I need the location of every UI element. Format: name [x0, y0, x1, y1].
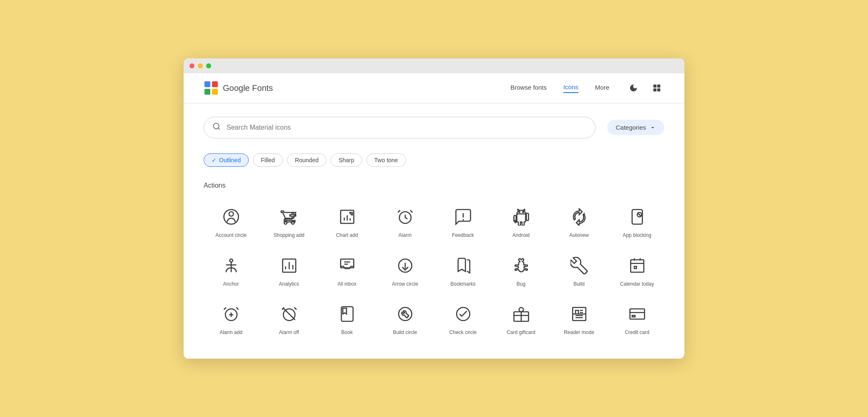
grid-view-button[interactable] [649, 80, 664, 95]
logo-svg [204, 80, 219, 95]
android-label: Android [512, 232, 530, 239]
icon-all-inbox[interactable]: All inbox [320, 248, 374, 294]
icon-build[interactable]: Build [552, 248, 606, 294]
chip-rounded[interactable]: Rounded [287, 153, 327, 167]
analytics-label: Analytics [279, 281, 299, 288]
alarm-off-icon [279, 304, 299, 324]
alarm-off-label: Alarm off [279, 329, 299, 336]
icon-autonew[interactable]: Autonew [552, 199, 606, 245]
icon-calendar-today[interactable]: Calendar today [610, 248, 664, 294]
bookmarks-icon [453, 256, 473, 276]
chip-outlined[interactable]: ✓ Outlined [204, 153, 249, 167]
icon-feedback[interactable]: Feedback [436, 199, 490, 245]
account-circle-icon [221, 207, 241, 227]
icon-shopping-add[interactable]: Shopping add [262, 199, 316, 245]
icon-arrow-circle[interactable]: Arrow circle [378, 248, 432, 294]
icon-anchor[interactable]: Anchor [204, 248, 258, 294]
search-row: Categories [204, 117, 664, 138]
reader-mode-icon [569, 304, 589, 324]
build-label: Build [573, 281, 585, 288]
icon-bookmarks[interactable]: Bookmarks [436, 248, 490, 294]
android-icon [511, 207, 531, 227]
icon-android[interactable]: Android [494, 199, 548, 245]
svg-rect-3 [212, 89, 218, 95]
svg-line-12 [638, 213, 641, 216]
titlebar [184, 58, 684, 73]
arrow-circle-icon [395, 256, 415, 276]
icon-alarm-add[interactable]: Alarm add [204, 296, 258, 342]
bug-label: Bug [517, 281, 525, 288]
analytics-icon [279, 256, 299, 276]
search-icon [212, 122, 221, 133]
anchor-label: Anchor [223, 281, 239, 288]
build-circle-label: Build circle [393, 329, 417, 336]
logo-text: Google Fonts [223, 83, 273, 93]
icon-bug[interactable]: Bug [494, 248, 548, 294]
nav-icons[interactable]: Icons [563, 83, 578, 93]
search-bar [204, 117, 595, 138]
app-blocking-icon [627, 207, 647, 227]
chip-two-tone[interactable]: Two tone [366, 153, 406, 167]
icon-app-blocking[interactable]: App blocking [610, 199, 664, 245]
section-title: Actions [204, 182, 664, 189]
chip-filled[interactable]: Filled [253, 153, 283, 167]
svg-rect-1 [212, 81, 218, 87]
nav-more[interactable]: More [595, 84, 609, 93]
theme-toggle-button[interactable] [626, 80, 641, 95]
icon-book[interactable]: Book [320, 296, 374, 342]
icon-alarm-off[interactable]: Alarm off [262, 296, 316, 342]
icon-build-circle[interactable]: Build circle [378, 296, 432, 342]
main-content: Categories ✓ Outlined Filled Rounded Sha… [184, 103, 684, 359]
svg-point-4 [214, 123, 219, 129]
icon-credit-card[interactable]: Credit card [610, 296, 664, 342]
alarm-icon [395, 207, 415, 227]
icon-check-circle[interactable]: Check circle [436, 296, 490, 342]
svg-line-5 [218, 128, 220, 130]
build-circle-icon [395, 304, 415, 324]
bug-icon [511, 256, 531, 276]
close-dot[interactable] [189, 63, 194, 68]
icon-alarm[interactable]: Alarm [378, 199, 432, 245]
alarm-label: Alarm [399, 232, 411, 239]
categories-button[interactable]: Categories [607, 120, 664, 135]
header: Google Fonts Browse fonts Icons More [184, 73, 684, 103]
svg-rect-0 [204, 81, 210, 87]
shopping-add-icon [279, 207, 299, 227]
arrow-circle-label: Arrow circle [392, 281, 418, 288]
build-icon [569, 256, 589, 276]
maximize-dot[interactable] [206, 63, 211, 68]
shopping-add-label: Shopping add [273, 232, 304, 239]
search-input[interactable] [227, 124, 587, 131]
svg-rect-17 [631, 260, 644, 272]
all-inbox-icon [337, 256, 357, 276]
calendar-today-label: Calendar today [620, 281, 654, 288]
svg-point-21 [399, 308, 412, 321]
logo: Google Fonts [204, 80, 273, 95]
alarm-add-label: Alarm add [220, 329, 242, 336]
icon-account-circle[interactable]: Account circle [204, 199, 258, 245]
icon-card-giftcard[interactable]: Card giftcard [494, 296, 548, 342]
card-giftcard-label: Card giftcard [507, 329, 535, 336]
nav-icons-group [626, 80, 664, 95]
browser-window: Google Fonts Browse fonts Icons More [184, 58, 684, 359]
feedback-icon [453, 207, 473, 227]
feedback-label: Feedback [452, 232, 474, 239]
account-circle-label: Account circle [215, 232, 247, 239]
anchor-icon [221, 256, 241, 276]
icon-grid-row-2: Anchor Analytics All inbox [204, 248, 664, 294]
app-blocking-label: App blocking [623, 232, 651, 239]
icon-reader-mode[interactable]: Reader mode [552, 296, 606, 342]
book-icon [337, 304, 357, 324]
reader-mode-label: Reader mode [564, 329, 594, 336]
check-circle-label: Check circle [449, 329, 477, 336]
credit-card-label: Credit card [625, 329, 649, 336]
check-circle-icon [453, 304, 473, 324]
chip-sharp[interactable]: Sharp [331, 153, 362, 167]
icon-chart-add[interactable]: Chart add [320, 199, 374, 245]
filter-chips: ✓ Outlined Filled Rounded Sharp Two tone [204, 153, 664, 167]
nav-browse-fonts[interactable]: Browse fonts [510, 84, 547, 93]
svg-point-13 [230, 259, 232, 262]
minimize-dot[interactable] [198, 63, 203, 68]
calendar-today-icon [627, 256, 647, 276]
icon-analytics[interactable]: Analytics [262, 248, 316, 294]
